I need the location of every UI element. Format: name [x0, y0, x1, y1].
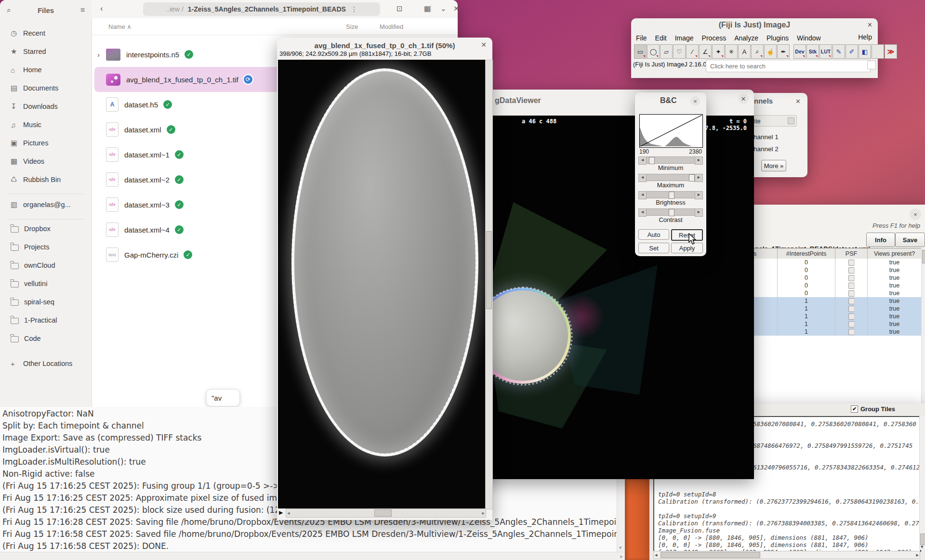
tool-button[interactable]: ◯ — [647, 44, 660, 59]
vertical-scrollbar[interactable] — [485, 60, 493, 509]
sidebar-item[interactable]: vellutini — [3, 274, 89, 293]
tool-button[interactable]: ⌕ — [751, 44, 764, 59]
back-chevron-icon[interactable]: ‹ — [100, 4, 103, 13]
menu-item[interactable]: Plugins — [766, 34, 789, 42]
tab-menu-icon[interactable]: ⋮ — [351, 5, 357, 13]
slider-thumb[interactable] — [649, 157, 655, 164]
sidebar-item[interactable]: ownCloud — [3, 256, 89, 274]
sidebar-item[interactable]: ♺ Rubbish Bin — [3, 170, 89, 189]
viewer-canvas[interactable]: a 46 c 488 t = 0 8977.8, -2535.0 — [462, 116, 754, 479]
close-icon[interactable]: × — [868, 21, 872, 29]
menu-item[interactable]: Process — [702, 34, 727, 42]
slider[interactable]: ◄ ► — [638, 156, 703, 164]
column-header-size[interactable]: Size — [346, 23, 358, 30]
table-scrollbar[interactable] — [921, 248, 925, 414]
dialog-button[interactable]: Auto — [638, 229, 669, 240]
sidebar-item-drive[interactable]: ▥ organelas@g... — [3, 195, 89, 214]
group-tiles-option[interactable]: ✔ Group Tiles — [851, 405, 895, 413]
column-header-name[interactable]: Name ∧ — [108, 23, 132, 30]
menu-item[interactable]: Image — [675, 34, 694, 42]
scroll-left-icon[interactable]: ◂ — [655, 552, 658, 558]
group-tiles-checkbox[interactable]: ✔ — [851, 405, 858, 413]
log-vertical-scrollbar[interactable]: ▾ — [919, 416, 925, 550]
slider-thumb[interactable] — [669, 192, 674, 199]
scroll-right-icon[interactable]: ▸ — [482, 510, 485, 516]
slider[interactable]: ◄ ► — [638, 191, 703, 198]
chevron-down-icon[interactable]: ⌄ — [440, 4, 447, 13]
tool-button[interactable]: ✦ — [712, 44, 725, 59]
psf-checkbox[interactable] — [848, 298, 855, 304]
sidebar-item[interactable]: ▦ Videos — [3, 152, 89, 170]
sidebar-item[interactable]: ⌂ Home — [3, 61, 89, 79]
slider-thumb[interactable] — [689, 174, 695, 182]
tool-button[interactable]: ∕ — [686, 44, 699, 59]
tool-button[interactable]: ▭ — [634, 44, 647, 59]
sidebar-item[interactable]: ◷ Recent — [3, 24, 89, 42]
sidebar-item[interactable]: ▣ Pictures — [3, 134, 89, 152]
slider-left-arrow[interactable]: ◄ — [638, 208, 647, 217]
tool-button[interactable]: ≫ — [885, 44, 897, 59]
psf-checkbox[interactable] — [848, 260, 855, 266]
sidebar-item[interactable]: Code — [3, 329, 89, 348]
tool-button[interactable]: ✎ — [832, 44, 845, 59]
image-canvas[interactable] — [278, 60, 485, 508]
psf-checkbox[interactable] — [848, 313, 855, 320]
sidebar-item[interactable]: ▤ Documents — [3, 79, 89, 97]
slider-right-arrow[interactable]: ► — [695, 208, 703, 217]
tool-button[interactable]: ✒ — [777, 44, 790, 59]
psf-checkbox[interactable] — [848, 275, 855, 281]
tool-button[interactable]: ▱ — [660, 44, 673, 59]
psf-checkbox[interactable] — [848, 306, 855, 312]
hamburger-menu-icon[interactable]: ≡ — [80, 6, 85, 14]
sidebar-item[interactable]: 1-Practical — [3, 311, 89, 329]
close-icon[interactable]: ✕ — [738, 93, 749, 104]
sidebar-item[interactable]: Projects — [3, 238, 89, 256]
horizontal-scrollbar[interactable]: ◂ ▸ — [286, 508, 486, 518]
menu-item[interactable]: Window — [797, 34, 821, 42]
scroll-left-icon[interactable]: ◂ — [287, 510, 290, 516]
search-input[interactable] — [706, 60, 871, 72]
psf-checkbox[interactable] — [848, 329, 855, 335]
psf-checkbox[interactable] — [848, 283, 855, 289]
sidebar-item[interactable]: Dropbox — [3, 220, 89, 238]
slider[interactable]: ◄ ► — [638, 208, 703, 216]
path-tab[interactable]: ..iew / 1-Zeiss_5Angles_2Channels_1Timep… — [143, 2, 380, 16]
channel-item[interactable]: hannel 2 — [753, 145, 779, 157]
tool-button[interactable]: ∠ — [699, 44, 712, 59]
scroll-down-icon[interactable]: ▾ — [921, 544, 924, 550]
log-horizontal-scrollbar[interactable]: ▸ — [0, 552, 625, 560]
close-icon[interactable]: × — [690, 96, 700, 106]
slider-left-arrow[interactable]: ◄ — [638, 156, 647, 165]
info-button[interactable]: Info — [866, 233, 895, 247]
tool-button[interactable]: Dev — [793, 44, 806, 59]
tool-button[interactable]: ♡ — [673, 44, 686, 59]
column-header-modified[interactable]: Modified — [380, 23, 403, 30]
psf-checkbox[interactable] — [848, 321, 855, 327]
psf-checkbox[interactable] — [848, 290, 855, 297]
save-button[interactable]: Save — [895, 233, 925, 247]
log-horizontal-scrollbar[interactable]: ◂ ▸ — [653, 551, 920, 559]
scroll-right-icon[interactable]: ▸ — [620, 553, 623, 560]
tool-button[interactable]: ✳ — [725, 44, 738, 59]
slider-left-arrow[interactable]: ◄ — [638, 191, 647, 199]
window-close-icon[interactable]: ✕ — [453, 4, 460, 13]
scroll-down-icon[interactable]: ▾ — [619, 545, 622, 551]
search-option-box[interactable] — [867, 61, 876, 69]
sidebar-item[interactable]: spiral-seq — [3, 293, 89, 311]
sidebar-item[interactable]: ★ Starred — [3, 42, 89, 61]
tool-button[interactable]: LUT — [819, 44, 832, 59]
tool-button[interactable] — [872, 44, 884, 59]
tool-button[interactable]: ✐ — [846, 44, 858, 59]
display-mode-dropdown[interactable]: ite — [752, 115, 797, 127]
menu-item[interactable]: Analyze — [734, 34, 758, 42]
slider-right-arrow[interactable]: ► — [695, 191, 703, 199]
menu-item[interactable]: File — [636, 34, 647, 42]
dialog-button[interactable]: Set — [638, 243, 669, 253]
menu-item-help[interactable]: Help — [858, 33, 872, 41]
slider[interactable]: ◄ ► — [638, 174, 703, 181]
play-icon[interactable]: ▶ — [279, 509, 283, 516]
slider-left-arrow[interactable]: ◄ — [638, 174, 647, 182]
close-icon[interactable]: ✕ — [481, 41, 487, 49]
expander-icon[interactable]: › — [97, 51, 106, 59]
close-icon[interactable]: ✕ — [795, 98, 801, 105]
